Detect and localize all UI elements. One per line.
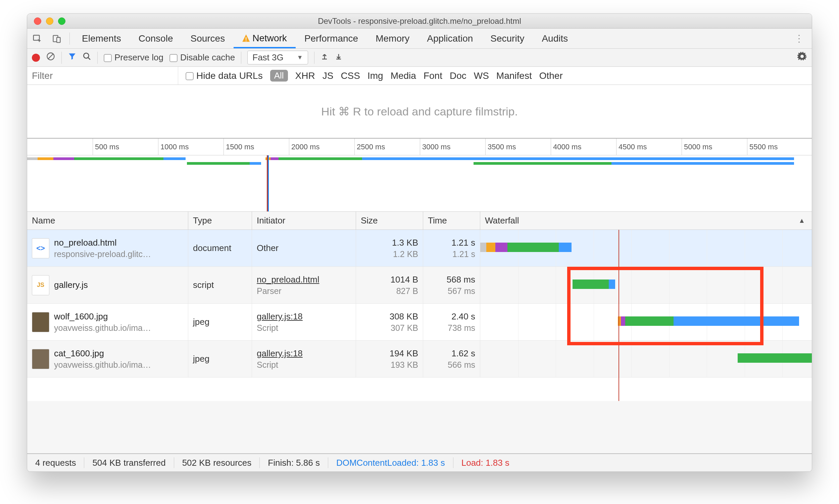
panel-tabs: Elements Console Sources Network Perform… — [27, 29, 812, 49]
col-size[interactable]: Size — [356, 212, 423, 230]
hide-data-urls-label: Hide data URLs — [196, 70, 263, 81]
record-button[interactable] — [32, 54, 40, 62]
tab-performance[interactable]: Performance — [296, 29, 367, 48]
request-size: 194 KB — [390, 348, 418, 359]
requests-table: Name Type Initiator Size Time Waterfall▲… — [27, 212, 812, 401]
col-waterfall[interactable]: Waterfall▲ — [480, 212, 812, 230]
request-type: jpeg — [188, 304, 252, 340]
overview-tick: 5500 ms — [747, 139, 778, 155]
col-type[interactable]: Type — [188, 212, 252, 230]
request-domain: yoavweiss.github.io/ima… — [54, 323, 151, 333]
html-file-icon: <> — [32, 238, 49, 258]
img-file-icon — [32, 349, 49, 369]
tab-audits[interactable]: Audits — [533, 29, 576, 48]
titlebar: DevTools - responsive-preload.glitch.me/… — [27, 14, 812, 29]
filmstrip-hint: Hit ⌘ R to reload and capture filmstrip. — [27, 85, 812, 139]
table-header: Name Type Initiator Size Time Waterfall▲ — [27, 212, 812, 230]
tab-sources[interactable]: Sources — [182, 29, 234, 48]
filter-type-ws[interactable]: WS — [474, 70, 489, 81]
window-title: DevTools - responsive-preload.glitch.me/… — [27, 16, 812, 26]
request-name: wolf_1600.jpg — [54, 311, 151, 322]
overview-tick: 2000 ms — [289, 139, 320, 155]
filter-input[interactable] — [27, 67, 178, 85]
status-resources: 502 KB resources — [174, 457, 260, 468]
filter-toggle-icon[interactable] — [68, 52, 76, 63]
download-har-icon[interactable] — [335, 52, 343, 63]
overview-tick: 4500 ms — [616, 139, 647, 155]
request-type: script — [188, 267, 252, 303]
settings-gear-icon[interactable] — [797, 51, 807, 64]
waterfall-cell — [480, 230, 812, 266]
filter-type-img[interactable]: Img — [368, 70, 383, 81]
tab-security[interactable]: Security — [482, 29, 533, 48]
upload-har-icon[interactable] — [321, 52, 328, 63]
tab-application[interactable]: Application — [418, 29, 482, 48]
table-row[interactable]: wolf_1600.jpgyoavweiss.github.io/ima…jpe… — [27, 304, 812, 341]
overview-tick: 500 ms — [93, 139, 119, 155]
inspect-element-icon[interactable] — [31, 33, 43, 44]
filter-type-css[interactable]: CSS — [341, 70, 360, 81]
more-menu-icon[interactable]: ⋮ — [790, 33, 808, 44]
overview-tick: 5000 ms — [682, 139, 712, 155]
table-row[interactable]: JSgallery.jsscriptno_preload.htmlParser1… — [27, 267, 812, 304]
filter-type-js[interactable]: JS — [322, 70, 334, 81]
tab-console[interactable]: Console — [130, 29, 182, 48]
request-initiator-link[interactable]: gallery.js:18 — [257, 348, 351, 359]
img-file-icon — [32, 312, 49, 332]
request-initiator-link[interactable]: no_preload.html — [257, 274, 351, 285]
col-time[interactable]: Time — [423, 212, 480, 230]
filter-type-media[interactable]: Media — [391, 70, 416, 81]
overview-tick: 1000 ms — [158, 139, 189, 155]
request-time: 1.21 s — [451, 238, 475, 248]
filter-type-xhr[interactable]: XHR — [295, 70, 315, 81]
status-bar: 4 requests 504 KB transferred 502 KB res… — [27, 453, 812, 471]
status-load: Load: 1.83 s — [453, 457, 517, 468]
filter-type-font[interactable]: Font — [424, 70, 442, 81]
table-body: <>no_preload.htmlresponsive-preload.glit… — [27, 230, 812, 401]
devtools-window: DevTools - responsive-preload.glitch.me/… — [27, 14, 812, 472]
request-size-sub: 1.2 KB — [393, 249, 418, 259]
request-time-sub: 567 ms — [448, 286, 475, 296]
table-row[interactable]: cat_1600.jpgyoavweiss.github.io/ima…jpeg… — [27, 341, 812, 378]
throttle-value: Fast 3G — [252, 52, 283, 63]
request-time-sub: 738 ms — [448, 323, 475, 333]
col-initiator[interactable]: Initiator — [252, 212, 356, 230]
load-marker — [619, 230, 619, 401]
clear-button[interactable] — [46, 52, 55, 64]
tab-memory[interactable]: Memory — [367, 29, 418, 48]
request-time-sub: 1.21 s — [452, 249, 475, 259]
tab-network[interactable]: Network — [234, 29, 296, 48]
request-initiator-link[interactable]: gallery.js:18 — [257, 311, 351, 322]
svg-rect-2 — [57, 37, 60, 42]
filter-bar: Hide data URLs All XHR JS CSS Img Media … — [27, 67, 812, 85]
waterfall-cell — [480, 341, 812, 377]
overview-tick: 3500 ms — [485, 139, 516, 155]
request-type: jpeg — [188, 341, 252, 377]
request-time-sub: 566 ms — [448, 360, 475, 370]
svg-line-4 — [48, 54, 53, 59]
filter-type-other[interactable]: Other — [539, 70, 563, 81]
col-name[interactable]: Name — [27, 212, 188, 230]
preserve-log-checkbox[interactable]: Preserve log — [104, 52, 163, 63]
request-size-sub: 827 B — [396, 286, 418, 296]
table-row[interactable]: <>no_preload.htmlresponsive-preload.glit… — [27, 230, 812, 267]
filter-type-manifest[interactable]: Manifest — [496, 70, 532, 81]
col-waterfall-label: Waterfall — [485, 215, 519, 226]
throttle-select[interactable]: Fast 3G▼ — [247, 51, 308, 65]
disable-cache-checkbox[interactable]: Disable cache — [169, 52, 235, 63]
request-domain: yoavweiss.github.io/ima… — [54, 360, 151, 370]
hide-data-urls-checkbox[interactable]: Hide data URLs — [185, 70, 263, 81]
filter-type-all[interactable]: All — [270, 70, 288, 82]
request-type: document — [188, 230, 252, 266]
device-toolbar-icon[interactable] — [51, 33, 63, 44]
request-time: 2.40 s — [451, 311, 475, 322]
search-icon[interactable] — [83, 52, 91, 63]
timeline-overview[interactable]: 500 ms1000 ms1500 ms2000 ms2500 ms3000 m… — [27, 139, 812, 212]
request-size-sub: 193 KB — [391, 360, 418, 370]
status-finish: Finish: 5.86 s — [260, 457, 328, 468]
overview-tick: 4000 ms — [551, 139, 581, 155]
request-size-sub: 307 KB — [391, 323, 418, 333]
overview-tick: 2500 ms — [354, 139, 385, 155]
tab-elements[interactable]: Elements — [73, 29, 130, 48]
filter-type-doc[interactable]: Doc — [450, 70, 466, 81]
